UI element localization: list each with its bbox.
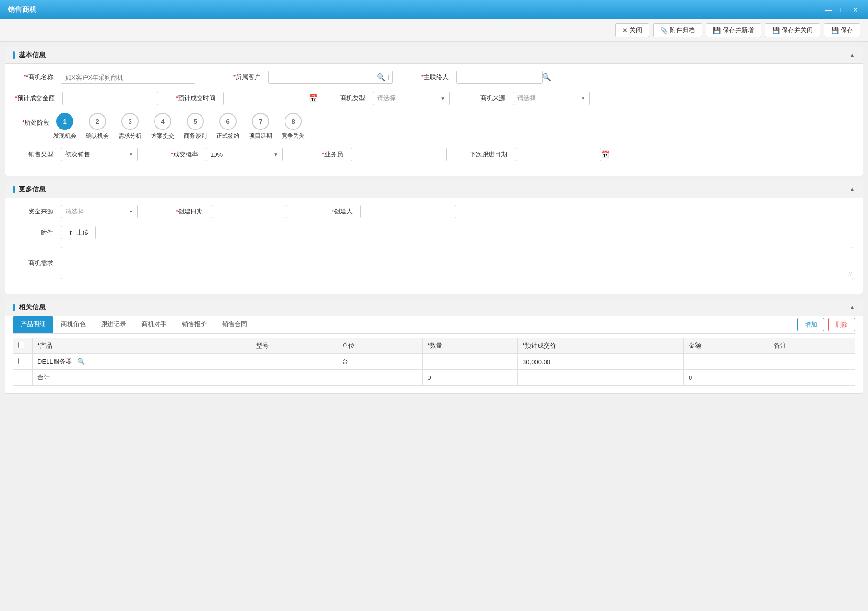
product-table-wrapper: *产品型号单位*数量*预计成交价金额备注 DELL服务器 🔍台30,000.00… [5, 334, 863, 393]
total-empty2 [337, 370, 423, 386]
row-checkbox-0[interactable] [18, 358, 24, 364]
amount-label: *预计成交金额 [15, 94, 55, 103]
basic-info-form: **商机名称 *所属客户 中国人民大学出版社有限公 🔍 I *主联络人 小板凳 … [5, 64, 863, 176]
sales-type-arrow-icon: ▼ [129, 152, 133, 157]
related-info-title: 相关信息 [13, 303, 46, 312]
row-fund-source: 资金来源 请选择 ▼ *创建日期 2022-11-18 *创建人 801 - 袁… [15, 205, 853, 218]
row-amount: *预计成交金额 *预计成交时间 📅 商机类型 请选择 ▼ [15, 92, 853, 105]
time-label: *预计成交时间 [176, 94, 215, 103]
more-info-title: 更多信息 [13, 185, 46, 194]
followup-calendar-icon[interactable]: 📅 [601, 150, 610, 159]
requirement-textarea[interactable] [65, 250, 849, 274]
product-table: *产品型号单位*数量*预计成交价金额备注 DELL服务器 🔍台30,000.00… [13, 338, 855, 386]
followup-input[interactable] [518, 151, 599, 158]
basic-info-title: 基本信息 [13, 51, 46, 59]
stage-item-7[interactable]: 7项目延期 [249, 113, 272, 140]
tab-2[interactable]: 跟进记录 [94, 316, 134, 333]
salesperson-input-wrapper[interactable]: 823 - 马小帅 [351, 148, 447, 161]
minimize-button[interactable]: — [824, 5, 833, 14]
source-label: 商机来源 [467, 94, 505, 103]
customer-label: *所属客户 [222, 73, 261, 82]
row-requirement: 商机需求 // [15, 247, 853, 279]
col-header-5: *预计成交价 [518, 338, 684, 354]
total-empty1 [251, 370, 337, 386]
tab-actions-row: 产品明细商机角色跟进记录商机对手销售报价销售合同 增加 删除 [5, 316, 863, 333]
col-header-3: 单位 [337, 338, 423, 354]
upload-icon: ⬆ [68, 229, 73, 236]
save-close-button[interactable]: 💾 保存并关闭 [765, 23, 820, 37]
cell-model-0 [251, 354, 337, 370]
related-info-header[interactable]: 相关信息 ▲ [5, 299, 863, 316]
close-button[interactable]: ✕ [851, 5, 860, 14]
opp-type-select[interactable]: 请选择 ▼ [373, 92, 450, 105]
time-input[interactable] [226, 95, 307, 102]
creator-input[interactable]: 801 - 袁朗 [360, 205, 456, 218]
delete-row-button[interactable]: 删除 [828, 318, 855, 331]
attachment-archive-button[interactable]: 📎 附件归档 [653, 23, 702, 37]
related-info-section: 相关信息 ▲ 产品明细商机角色跟进记录商机对手销售报价销售合同 增加 删除 *产… [5, 299, 863, 394]
tab-5[interactable]: 销售合同 [214, 316, 255, 333]
estimated-amount-input[interactable] [62, 92, 158, 105]
add-row-button[interactable]: 增加 [797, 318, 824, 331]
stage-item-2[interactable]: 2确认机会 [86, 113, 109, 140]
customer-search-icon[interactable]: 🔍 [377, 73, 386, 82]
opp-type-arrow-icon: ▼ [440, 96, 445, 101]
stage-name-6: 正式签约 [216, 132, 239, 140]
stage-item-4[interactable]: 4方案提交 [151, 113, 174, 140]
customer-input[interactable]: 中国人民大学出版社有限公 [272, 74, 375, 81]
save-new-button[interactable]: 💾 保存并新增 [706, 23, 761, 37]
stage-circle-3: 3 [121, 113, 139, 130]
tab-3[interactable]: 商机对手 [134, 316, 174, 333]
source-select[interactable]: 请选择 ▼ [513, 92, 590, 105]
save-new-icon: 💾 [713, 27, 721, 34]
restore-button[interactable]: □ [837, 5, 847, 14]
select-all-checkbox[interactable] [18, 342, 24, 348]
basic-info-section: 基本信息 ▲ **商机名称 *所属客户 中国人民大学出版社有限公 🔍 I [5, 47, 863, 176]
stage-circle-5: 5 [187, 113, 204, 130]
opportunity-name-input[interactable] [61, 70, 195, 84]
stage-item-5[interactable]: 5商务谈判 [184, 113, 207, 140]
contact-input[interactable]: 小板凳 [460, 74, 540, 81]
col-header-4: *数量 [423, 338, 518, 354]
stage-item-3[interactable]: 3需求分析 [119, 113, 142, 140]
col-header-0 [13, 338, 33, 354]
stage-item-1[interactable]: 1发现机会 [53, 113, 76, 140]
create-date-input[interactable]: 2022-11-18 [211, 205, 287, 218]
time-input-wrapper[interactable]: 📅 [223, 92, 309, 105]
save-button[interactable]: 💾 保存 [824, 23, 860, 37]
close-toolbar-button[interactable]: ✕ 关闭 [615, 23, 649, 37]
creator-label: *创建人 [314, 207, 353, 216]
collapse-related-icon: ▲ [849, 304, 855, 311]
cell-remark-0 [769, 354, 855, 370]
sales-type-label: 销售类型 [15, 150, 53, 159]
stage-circle-2: 2 [89, 113, 106, 130]
sales-type-select[interactable]: 初次销售 ▼ [61, 148, 138, 161]
basic-info-header[interactable]: 基本信息 ▲ [5, 47, 863, 64]
contact-search-icon[interactable]: 🔍 [542, 73, 551, 82]
contact-label: *主联络人 [410, 73, 449, 82]
col-header-6: 金额 [683, 338, 769, 354]
tab-4[interactable]: 销售报价 [174, 316, 214, 333]
contact-input-wrapper[interactable]: 小板凳 🔍 [456, 70, 543, 84]
tab-action-buttons: 增加 删除 [797, 318, 855, 331]
stages-container: 1发现机会2确认机会3需求分析4方案提交5商务谈判6正式签约7项目延期8竞争丢失 [53, 113, 305, 140]
app-title: 销售商机 [8, 5, 36, 14]
salesperson-input[interactable]: 823 - 马小帅 [354, 151, 443, 158]
stage-item-8[interactable]: 8竞争丢失 [282, 113, 305, 140]
stage-item-6[interactable]: 6正式签约 [216, 113, 239, 140]
followup-input-wrapper[interactable]: 📅 [515, 148, 601, 161]
rate-select[interactable]: 10% ▼ [206, 148, 283, 161]
time-calendar-icon[interactable]: 📅 [309, 94, 318, 103]
tab-1[interactable]: 商机角色 [53, 316, 94, 333]
fund-source-select[interactable]: 请选择 ▼ [61, 205, 138, 218]
product-name-0: DELL服务器 [37, 358, 72, 365]
save-close-icon: 💾 [772, 27, 780, 34]
more-info-header[interactable]: 更多信息 ▲ [5, 181, 863, 198]
tab-0[interactable]: 产品明细 [13, 316, 53, 333]
title-bar: 销售商机 — □ ✕ [0, 0, 868, 19]
requirement-textarea-wrapper: // [61, 247, 853, 279]
upload-button[interactable]: ⬆ 上传 [61, 226, 96, 239]
table-header-row: *产品型号单位*数量*预计成交价金额备注 [13, 338, 855, 354]
product-search-icon-0[interactable]: 🔍 [77, 358, 85, 365]
customer-input-wrapper[interactable]: 中国人民大学出版社有限公 🔍 I [268, 70, 393, 84]
